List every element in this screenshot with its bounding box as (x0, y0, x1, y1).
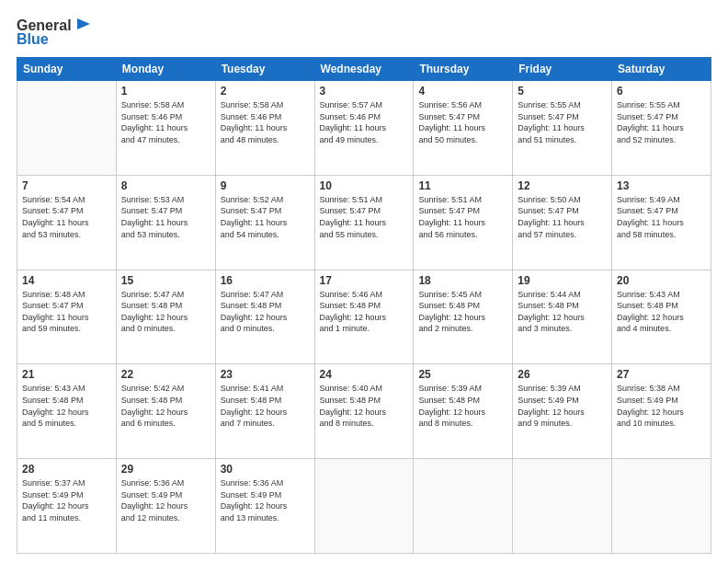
day-info: Sunrise: 5:49 AM Sunset: 5:47 PM Dayligh… (617, 194, 706, 240)
day-number: 28 (22, 463, 111, 476)
calendar-cell: 18Sunrise: 5:45 AM Sunset: 5:48 PM Dayli… (414, 270, 513, 364)
day-info: Sunrise: 5:54 AM Sunset: 5:47 PM Dayligh… (22, 194, 111, 240)
day-number: 1 (121, 85, 210, 98)
day-number: 26 (518, 368, 607, 381)
day-number: 21 (22, 368, 111, 381)
day-info: Sunrise: 5:56 AM Sunset: 5:47 PM Dayligh… (418, 99, 507, 145)
calendar-table: SundayMondayTuesdayWednesdayThursdayFrid… (17, 57, 711, 554)
calendar-cell (513, 459, 612, 554)
calendar-cell: 14Sunrise: 5:48 AM Sunset: 5:47 PM Dayli… (17, 270, 117, 364)
day-number: 10 (320, 179, 409, 192)
logo-blue: Blue (17, 31, 49, 48)
day-info: Sunrise: 5:48 AM Sunset: 5:47 PM Dayligh… (22, 289, 111, 335)
day-info: Sunrise: 5:40 AM Sunset: 5:48 PM Dayligh… (320, 383, 409, 429)
day-info: Sunrise: 5:41 AM Sunset: 5:48 PM Dayligh… (221, 383, 310, 429)
calendar-cell: 20Sunrise: 5:43 AM Sunset: 5:48 PM Dayli… (612, 270, 711, 364)
calendar-cell: 25Sunrise: 5:39 AM Sunset: 5:48 PM Dayli… (414, 364, 513, 459)
day-number: 9 (221, 179, 310, 192)
weekday-header-wednesday: Wednesday (314, 58, 414, 81)
calendar-cell: 7Sunrise: 5:54 AM Sunset: 5:47 PM Daylig… (17, 175, 117, 270)
day-info: Sunrise: 5:51 AM Sunset: 5:47 PM Dayligh… (418, 194, 507, 240)
calendar-cell (17, 81, 117, 176)
calendar-cell: 15Sunrise: 5:47 AM Sunset: 5:48 PM Dayli… (116, 270, 215, 364)
calendar-cell: 19Sunrise: 5:44 AM Sunset: 5:48 PM Dayli… (513, 270, 612, 364)
day-number: 16 (221, 274, 310, 287)
calendar-week-3: 21Sunrise: 5:43 AM Sunset: 5:48 PM Dayli… (17, 364, 711, 459)
day-info: Sunrise: 5:42 AM Sunset: 5:48 PM Dayligh… (121, 383, 210, 429)
day-number: 5 (518, 85, 607, 98)
calendar-cell: 17Sunrise: 5:46 AM Sunset: 5:48 PM Dayli… (314, 270, 414, 364)
day-info: Sunrise: 5:36 AM Sunset: 5:49 PM Dayligh… (221, 477, 310, 523)
day-info: Sunrise: 5:46 AM Sunset: 5:48 PM Dayligh… (320, 289, 409, 335)
calendar-cell: 2Sunrise: 5:58 AM Sunset: 5:46 PM Daylig… (215, 81, 314, 176)
header: General Blue (17, 17, 711, 48)
day-number: 18 (418, 274, 507, 287)
day-number: 27 (617, 368, 706, 381)
calendar-cell (612, 459, 711, 554)
day-info: Sunrise: 5:52 AM Sunset: 5:47 PM Dayligh… (221, 194, 310, 240)
calendar-cell (414, 459, 513, 554)
day-number: 19 (518, 274, 607, 287)
calendar-week-0: 1Sunrise: 5:58 AM Sunset: 5:46 PM Daylig… (17, 81, 711, 176)
day-info: Sunrise: 5:47 AM Sunset: 5:48 PM Dayligh… (121, 289, 210, 335)
day-info: Sunrise: 5:37 AM Sunset: 5:49 PM Dayligh… (22, 477, 111, 523)
day-number: 4 (418, 85, 507, 98)
day-info: Sunrise: 5:47 AM Sunset: 5:48 PM Dayligh… (221, 289, 310, 335)
logo: General Blue (17, 17, 92, 48)
weekday-header-row: SundayMondayTuesdayWednesdayThursdayFrid… (17, 58, 711, 81)
day-number: 22 (121, 368, 210, 381)
calendar-cell: 23Sunrise: 5:41 AM Sunset: 5:48 PM Dayli… (215, 364, 314, 459)
calendar-cell: 5Sunrise: 5:55 AM Sunset: 5:47 PM Daylig… (513, 81, 612, 176)
day-number: 17 (320, 274, 409, 287)
calendar-cell: 6Sunrise: 5:55 AM Sunset: 5:47 PM Daylig… (612, 81, 711, 176)
day-number: 12 (518, 179, 607, 192)
day-info: Sunrise: 5:53 AM Sunset: 5:47 PM Dayligh… (121, 194, 210, 240)
day-number: 2 (221, 85, 310, 98)
day-number: 30 (221, 463, 310, 476)
calendar-cell: 22Sunrise: 5:42 AM Sunset: 5:48 PM Dayli… (116, 364, 215, 459)
day-info: Sunrise: 5:43 AM Sunset: 5:48 PM Dayligh… (22, 383, 111, 429)
calendar-week-4: 28Sunrise: 5:37 AM Sunset: 5:49 PM Dayli… (17, 459, 711, 554)
calendar-week-2: 14Sunrise: 5:48 AM Sunset: 5:47 PM Dayli… (17, 270, 711, 364)
day-number: 13 (617, 179, 706, 192)
day-number: 24 (320, 368, 409, 381)
day-info: Sunrise: 5:55 AM Sunset: 5:47 PM Dayligh… (617, 99, 706, 145)
weekday-header-sunday: Sunday (17, 58, 117, 81)
weekday-header-friday: Friday (513, 58, 612, 81)
calendar-cell: 12Sunrise: 5:50 AM Sunset: 5:47 PM Dayli… (513, 175, 612, 270)
day-info: Sunrise: 5:43 AM Sunset: 5:48 PM Dayligh… (617, 289, 706, 335)
day-number: 7 (22, 179, 111, 192)
day-info: Sunrise: 5:44 AM Sunset: 5:48 PM Dayligh… (518, 289, 607, 335)
calendar-week-1: 7Sunrise: 5:54 AM Sunset: 5:47 PM Daylig… (17, 175, 711, 270)
calendar-cell: 21Sunrise: 5:43 AM Sunset: 5:48 PM Dayli… (17, 364, 117, 459)
day-number: 8 (121, 179, 210, 192)
day-info: Sunrise: 5:38 AM Sunset: 5:49 PM Dayligh… (617, 383, 706, 429)
day-number: 25 (418, 368, 507, 381)
day-info: Sunrise: 5:58 AM Sunset: 5:46 PM Dayligh… (121, 99, 210, 145)
calendar-cell (314, 459, 414, 554)
day-info: Sunrise: 5:58 AM Sunset: 5:46 PM Dayligh… (221, 99, 310, 145)
calendar-cell: 4Sunrise: 5:56 AM Sunset: 5:47 PM Daylig… (414, 81, 513, 176)
calendar-cell: 26Sunrise: 5:39 AM Sunset: 5:49 PM Dayli… (513, 364, 612, 459)
day-info: Sunrise: 5:57 AM Sunset: 5:46 PM Dayligh… (320, 99, 409, 145)
calendar-cell: 16Sunrise: 5:47 AM Sunset: 5:48 PM Dayli… (215, 270, 314, 364)
calendar-cell: 11Sunrise: 5:51 AM Sunset: 5:47 PM Dayli… (414, 175, 513, 270)
weekday-header-saturday: Saturday (612, 58, 711, 81)
calendar-cell: 28Sunrise: 5:37 AM Sunset: 5:49 PM Dayli… (17, 459, 117, 554)
weekday-header-thursday: Thursday (414, 58, 513, 81)
day-number: 11 (418, 179, 507, 192)
day-info: Sunrise: 5:39 AM Sunset: 5:49 PM Dayligh… (518, 383, 607, 429)
day-info: Sunrise: 5:50 AM Sunset: 5:47 PM Dayligh… (518, 194, 607, 240)
calendar-cell: 27Sunrise: 5:38 AM Sunset: 5:49 PM Dayli… (612, 364, 711, 459)
day-number: 15 (121, 274, 210, 287)
day-info: Sunrise: 5:36 AM Sunset: 5:49 PM Dayligh… (121, 477, 210, 523)
calendar-cell: 13Sunrise: 5:49 AM Sunset: 5:47 PM Dayli… (612, 175, 711, 270)
calendar-cell: 30Sunrise: 5:36 AM Sunset: 5:49 PM Dayli… (215, 459, 314, 554)
calendar-cell: 10Sunrise: 5:51 AM Sunset: 5:47 PM Dayli… (314, 175, 414, 270)
day-number: 29 (121, 463, 210, 476)
calendar-cell: 24Sunrise: 5:40 AM Sunset: 5:48 PM Dayli… (314, 364, 414, 459)
svg-marker-0 (77, 18, 90, 29)
day-number: 3 (320, 85, 409, 98)
day-info: Sunrise: 5:51 AM Sunset: 5:47 PM Dayligh… (320, 194, 409, 240)
weekday-header-tuesday: Tuesday (215, 58, 314, 81)
